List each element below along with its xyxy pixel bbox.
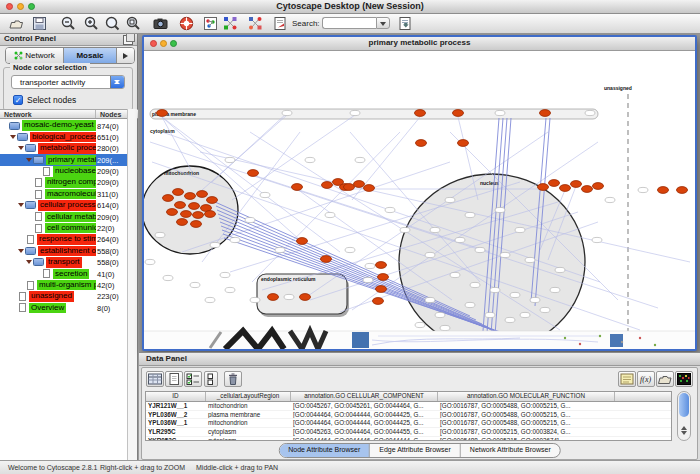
search-input[interactable] (322, 17, 376, 29)
network-node-small[interactable] (505, 317, 515, 322)
network-node-small[interactable] (145, 259, 155, 264)
vizmapper-button[interactable] (202, 15, 220, 32)
table-row[interactable]: YPL036W__2plasma membrane[GO:0044464, GO… (146, 411, 671, 420)
unselect-attributes-button[interactable] (204, 371, 218, 387)
table-cell[interactable]: [GO:0044464, GO:0044444, GO:0044425, G..… (291, 419, 438, 427)
network-node-small[interactable] (445, 197, 455, 202)
scrollbar-thumb[interactable] (679, 393, 689, 417)
network-node-small[interactable] (415, 322, 425, 327)
network-node-small[interactable] (520, 312, 530, 317)
float-panel-icon[interactable] (123, 35, 133, 45)
network-node-small[interactable] (450, 272, 460, 277)
network-node[interactable] (571, 181, 582, 188)
notes-button[interactable] (618, 371, 636, 387)
network-node[interactable] (173, 189, 184, 196)
delete-attribute-button[interactable] (224, 371, 242, 387)
network-node-small[interactable] (230, 237, 240, 242)
create-attribute-button[interactable] (165, 371, 183, 387)
network-window-titlebar[interactable]: primary metabolic process (144, 37, 695, 51)
network-node[interactable] (560, 185, 571, 192)
tree-row[interactable]: primary metabolic209(... (0, 154, 128, 165)
attribute-table-button[interactable] (146, 371, 164, 387)
network-node-small[interactable] (260, 192, 270, 197)
attribute-table-scrollbar[interactable] (677, 391, 691, 441)
tab-mosaic[interactable]: Mosaic (64, 48, 117, 63)
function-builder-button[interactable]: f(x) (637, 371, 655, 387)
tab-node-attribute-browser[interactable]: Node Attribute Browser (279, 444, 370, 457)
import-attributes-button[interactable] (656, 371, 674, 387)
network-node-small[interactable] (592, 237, 602, 242)
network-node[interactable] (333, 179, 344, 186)
zoom-in-button[interactable] (83, 15, 101, 32)
table-cell[interactable]: YJR121W__1 (146, 402, 206, 410)
network-node-small[interactable] (210, 242, 220, 247)
network-node[interactable] (378, 274, 389, 281)
network-node-small[interactable] (500, 252, 510, 257)
table-cell[interactable]: [GO:0016787, GO:0005215, GO:0003824, G..… (438, 428, 615, 436)
network-node-small[interactable] (190, 282, 200, 287)
network-node[interactable] (297, 238, 308, 245)
table-cell[interactable]: YKR052C (146, 437, 206, 441)
network-node-small[interactable] (282, 110, 292, 115)
network-node-small[interactable] (425, 297, 435, 302)
tree-scrollbar[interactable] (127, 109, 137, 461)
network-node-small[interactable] (355, 157, 365, 162)
network-node[interactable] (177, 219, 188, 226)
network-node-small[interactable] (400, 227, 410, 232)
open-file-button[interactable] (8, 15, 26, 32)
table-cell[interactable]: YPL036W__1 (146, 419, 206, 427)
network-node-small[interactable] (365, 263, 375, 268)
layout-button-2[interactable] (247, 15, 265, 32)
expand-arrow-icon[interactable] (26, 260, 32, 267)
network-node-small[interactable] (465, 302, 475, 307)
tree-row[interactable]: nitrogen compou209(0) (0, 177, 128, 188)
table-cell[interactable]: cytoplasm (206, 428, 291, 436)
table-cell[interactable]: YLR295C (146, 428, 206, 436)
network-node[interactable] (163, 195, 174, 202)
network-node-small[interactable] (440, 325, 450, 330)
network-node-small[interactable] (475, 247, 485, 252)
tree-row[interactable]: establishment of lo558(0) (0, 245, 128, 256)
table-row[interactable]: YPL036W__1mitochondrion[GO:0044464, GO:0… (146, 419, 671, 428)
network-node[interactable] (416, 140, 427, 147)
network-node-small[interactable] (245, 217, 255, 222)
network-node[interactable] (205, 211, 216, 218)
tab-overflow-button[interactable] (117, 48, 134, 63)
network-node-small[interactable] (515, 227, 525, 232)
select-attributes-button[interactable] (184, 371, 202, 387)
network-node-small[interactable] (225, 287, 235, 292)
network-node[interactable] (185, 193, 196, 200)
network-node[interactable] (582, 186, 593, 193)
network-node-small[interactable] (485, 312, 495, 317)
network-node-small[interactable] (430, 227, 440, 232)
matrix-view-button[interactable] (675, 371, 693, 387)
network-node-small[interactable] (435, 312, 445, 317)
column-header[interactable]: ID (146, 392, 206, 401)
network-node[interactable] (658, 187, 669, 194)
network-node[interactable] (193, 212, 204, 219)
network-node-small[interactable] (250, 297, 260, 302)
network-node-small[interactable] (284, 294, 294, 299)
network-node[interactable] (373, 298, 384, 305)
scroll-down-icon[interactable] (681, 431, 687, 438)
network-node-small[interactable] (550, 287, 560, 292)
expand-arrow-icon[interactable] (18, 249, 24, 256)
expand-arrow-icon[interactable] (10, 135, 16, 142)
network-node[interactable] (207, 197, 218, 204)
network-node-small[interactable] (385, 207, 395, 212)
network-node[interactable] (167, 209, 178, 216)
network-node[interactable] (322, 182, 333, 189)
network-node-small[interactable] (495, 110, 505, 115)
table-cell[interactable]: plasma membrane (206, 411, 291, 419)
tree-row[interactable]: biological_process651(0) (0, 131, 128, 142)
network-node[interactable] (376, 286, 387, 293)
scroll-up-icon[interactable] (681, 423, 687, 430)
network-node[interactable] (268, 294, 279, 301)
network-node-small[interactable] (525, 257, 535, 262)
network-node[interactable] (540, 110, 551, 117)
layout-button-1[interactable] (222, 15, 240, 32)
zoom-selected-button[interactable] (125, 15, 143, 32)
zoom-out-button[interactable] (60, 15, 78, 32)
tree-row[interactable]: metabolic process280(0) (0, 143, 128, 154)
network-node-small[interactable] (225, 157, 235, 162)
